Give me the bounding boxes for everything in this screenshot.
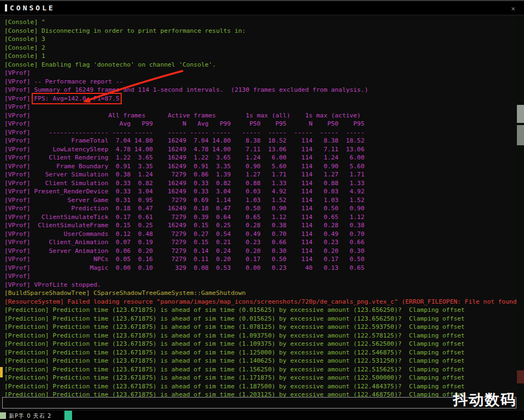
hud-badge	[0, 412, 6, 419]
console-line: [Console] Enabling flag 'donotecho' on c…	[4, 61, 517, 69]
console-line: [VProf] VProfLite stopped.	[4, 281, 517, 289]
console-line: [VProf] Client_Animation 0.07 0.19 7279 …	[4, 238, 517, 247]
console-line: [Prediction] Prediction time (123.671875…	[4, 365, 517, 374]
watermark-text: 抖动数码	[453, 390, 516, 410]
console-line: [Prediction] Prediction time (123.671875…	[4, 348, 517, 357]
console-line: [Prediction] Prediction time (123.671875…	[4, 382, 517, 391]
console-line: [VProf] All frames Active frames 1s max …	[4, 111, 517, 120]
hud-label: 新P手 0 天石 2	[9, 412, 51, 420]
console-line: [Console] 1	[4, 52, 517, 61]
console-line: [Prediction] Prediction time (123.671875…	[4, 340, 517, 348]
window-title: CONSOLE	[10, 4, 55, 12]
console-line: [VProf] UserCommands 0.12 0.48 7279 0.27…	[4, 230, 517, 239]
console-line: [Console] 3	[4, 35, 517, 44]
console-line: [Console] 2	[4, 44, 517, 52]
console-line: [VProf] Summary of 16249 frames and 114 …	[4, 86, 517, 94]
console-line: [VProf] Server Simulation 0.38 1.24 7279…	[4, 170, 517, 179]
console-line: [Prediction] Prediction time (123.671875…	[4, 374, 517, 382]
console-line: [Prediction] Prediction time (123.671875…	[4, 332, 517, 340]
scrollbar-thumb-lower[interactable]	[517, 125, 524, 145]
close-icon[interactable]: ×	[511, 4, 515, 12]
console-line: [VProf] NPCs 0.05 0.16 7279 0.11 0.20 0.…	[4, 255, 517, 264]
console-line: [VProf] Client Rendering 1.22 3.65 16249…	[4, 153, 517, 162]
console-line: [VProf] Server Animation 0.06 0.20 7279 …	[4, 247, 517, 256]
scroll-position-marker	[0, 367, 3, 377]
console-line: [VProf] ClientSimulateFrame 0.15 0.25 16…	[4, 221, 517, 230]
console-line: [VProf] Present_RenderDevice 0.33 3.04 1…	[4, 187, 517, 196]
console-lines: [Console] " [Console] Disconnecting in o…	[4, 18, 517, 399]
fps-highlight-box: FPS: Avg=142.0, P1=87.5	[34, 95, 119, 102]
console-line: [VProf] -- Performance report --	[4, 78, 517, 86]
console-line: [Prediction] Prediction time (123.671875…	[4, 306, 517, 315]
console-icon	[5, 4, 7, 11]
console-output: [Console] " [Console] Disconnecting in o…	[0, 15, 517, 411]
console-line: [BuildSparseShadowTree] CSparseShadowTre…	[4, 289, 517, 298]
console-line: [VProf] Avg P99 N Avg P99 P50 P95 N P50 …	[4, 120, 517, 128]
console-line: [VProf] Server Game 0.31 0.95 7279 0.69 …	[4, 196, 517, 205]
console-line: [VProf] FrameTotal 7.04 14.80 16249 7.04…	[4, 137, 517, 145]
console-line: [VProf] ClientSimulateTick 0.17 0.61 727…	[4, 213, 517, 222]
console-input[interactable]	[2, 397, 516, 409]
console-window: CONSOLE × [Console] " [Console] Disconne…	[0, 0, 524, 420]
console-line: [Console] "	[4, 18, 517, 27]
console-line: [VProf]	[4, 103, 517, 111]
console-line: [ResourceSystem] Failed loading resource…	[4, 298, 517, 306]
console-line: [VProf] Client Simulation 0.33 0.82 1624…	[4, 179, 517, 188]
console-line-fps: [VProf] FPS: Avg=142.0, P1=87.5	[4, 94, 517, 103]
console-line: [VProf] Magic 0.00 0.10 329 0.08 0.53 0.…	[4, 264, 517, 273]
game-backdrop-strip	[517, 15, 524, 420]
console-line: [VProf] LowLatencySleep 4.78 14.00 16249…	[4, 145, 517, 154]
console-line: [VProf] Prediction 0.18 0.47 16249 0.18 …	[4, 204, 517, 213]
hud-teal-block	[64, 411, 72, 420]
console-line: [VProf] ---------------- ----- ----- ---…	[4, 128, 517, 137]
console-line: [VProf] Frame Boundary 0.91 3.35 16249 0…	[4, 162, 517, 171]
console-line: [Prediction] Prediction time (123.671875…	[4, 357, 517, 365]
scrollbar-thumb-upper[interactable]	[517, 105, 524, 123]
bottom-hud-strip: 新P手 0 天石 2	[0, 411, 524, 420]
title-bar[interactable]: CONSOLE ×	[0, 0, 524, 15]
console-line: [Prediction] Prediction time (123.671875…	[4, 323, 517, 332]
fps-line-prefix: [VProf]	[4, 95, 34, 102]
game-backdrop-patch	[517, 370, 524, 383]
console-line: [Prediction] Prediction time (123.671875…	[4, 315, 517, 323]
console-line: [VProf]	[4, 272, 517, 281]
console-line: [VProf]	[4, 69, 517, 78]
console-line: [Console] Disconnecting in order to prin…	[4, 27, 517, 36]
